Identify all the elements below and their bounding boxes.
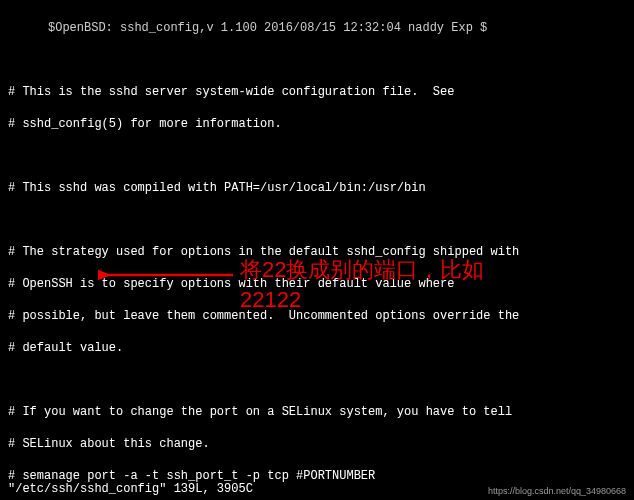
config-line: # This sshd was compiled with PATH=/usr/… (8, 180, 626, 196)
config-line: # default value. (8, 340, 626, 356)
annotation-line2: 22122 (240, 285, 484, 315)
blank-line (8, 212, 626, 228)
config-line: # If you want to change the port on a SE… (8, 404, 626, 420)
config-line: # This is the sshd server system-wide co… (8, 84, 626, 100)
vim-status-line: "/etc/ssh/sshd_config" 139L, 3905C (8, 482, 253, 496)
blank-line (8, 52, 626, 68)
blank-line (8, 148, 626, 164)
config-line: # SELinux about this change. (8, 436, 626, 452)
annotation-text: 将22换成别的端口，比如 22122 (240, 255, 484, 315)
config-line: # sshd_config(5) for more information. (8, 116, 626, 132)
terminal-content[interactable]: $OpenBSD: sshd_config,v 1.100 2016/08/15… (8, 4, 626, 500)
watermark-text: https://blog.csdn.net/qq_34980668 (488, 486, 626, 496)
blank-line (8, 372, 626, 388)
annotation-line1: 将22换成别的端口，比如 (240, 255, 484, 285)
file-header: $OpenBSD: sshd_config,v 1.100 2016/08/15… (8, 20, 626, 36)
